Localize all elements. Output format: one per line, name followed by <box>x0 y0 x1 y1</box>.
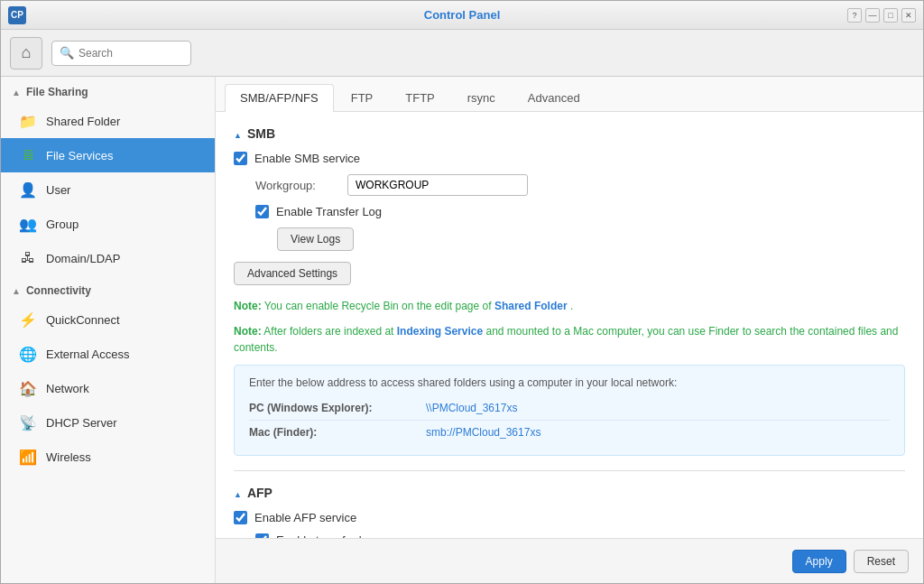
afp-title: AFP <box>247 486 273 500</box>
content-scroll: SMB Enable SMB service Workgroup: Enable… <box>216 112 923 538</box>
sidebar-item-label: External Access <box>46 348 130 361</box>
advanced-settings-button[interactable]: Advanced Settings <box>234 262 351 285</box>
folder-icon: 📁 <box>19 112 37 130</box>
sidebar-item-label: Wireless <box>46 450 91 464</box>
mac-address-link[interactable]: smb://PMCloud_3617xs <box>426 426 541 439</box>
sidebar-item-file-services[interactable]: 🖥 File Services <box>1 138 215 172</box>
sidebar-section-file-sharing[interactable]: ▲ File Sharing <box>1 77 215 104</box>
afp-section-header: AFP <box>234 486 905 500</box>
tabs-bar: SMB/AFP/NFS FTP TFTP rsync Advanced <box>216 77 923 112</box>
minimize-button[interactable]: — <box>865 8 880 23</box>
sidebar-item-domain-ldap[interactable]: 🖧 Domain/LDAP <box>1 241 215 275</box>
tab-rsync[interactable]: rsync <box>452 84 511 111</box>
note1-prefix: Note: <box>234 300 262 312</box>
sidebar-item-label: Shared Folder <box>46 115 120 128</box>
pc-address-row: PC (Windows Explorer): \\PMCloud_3617xs <box>249 396 890 421</box>
main-window: CP Control Panel ? — □ ✕ ⌂ 🔍 ▲ File Shar… <box>0 0 924 584</box>
sidebar-item-quickconnect[interactable]: ⚡ QuickConnect <box>1 302 215 337</box>
apply-button[interactable]: Apply <box>792 550 846 573</box>
sidebar-item-label: Group <box>46 218 79 231</box>
title-bar: CP Control Panel ? — □ ✕ <box>1 1 923 30</box>
action-bar: Apply Reset <box>216 538 923 583</box>
file-services-icon: 🖥 <box>19 146 37 164</box>
sidebar: ▲ File Sharing 📁 Shared Folder 🖥 File Se… <box>1 77 216 583</box>
afp-collapse-icon[interactable] <box>234 486 242 500</box>
home-button[interactable]: ⌂ <box>10 37 42 70</box>
note1-suffix: . <box>570 300 573 312</box>
sidebar-item-label: DHCP Server <box>46 416 117 430</box>
mac-address-row: Mac (Finder): smb://PMCloud_3617xs <box>249 421 890 444</box>
smb-section-header: SMB <box>234 126 905 141</box>
shared-folder-link[interactable]: Shared Folder <box>494 300 568 312</box>
enable-afp-checkbox[interactable] <box>234 511 247 524</box>
help-button[interactable]: ? <box>847 8 862 23</box>
address-box: Enter the below address to access shared… <box>234 365 905 456</box>
sidebar-item-group[interactable]: 👥 Group <box>1 207 215 241</box>
close-button[interactable]: ✕ <box>901 8 916 23</box>
chevron-down-icon: ▲ <box>12 88 21 97</box>
toolbar: ⌂ 🔍 <box>1 30 923 77</box>
title-bar-left: CP <box>8 6 26 24</box>
maximize-button[interactable]: □ <box>883 8 898 23</box>
chevron-down-icon: ▲ <box>12 286 21 296</box>
sidebar-item-wireless[interactable]: 📶 Wireless <box>1 440 215 474</box>
sidebar-section-label: File Sharing <box>26 86 88 98</box>
domain-icon: 🖧 <box>19 249 37 267</box>
smb-title: SMB <box>247 126 275 141</box>
sidebar-item-shared-folder[interactable]: 📁 Shared Folder <box>1 104 215 138</box>
address-intro: Enter the below address to access shared… <box>249 376 890 389</box>
tab-tftp[interactable]: TFTP <box>390 84 450 111</box>
wireless-icon: 📶 <box>19 448 37 466</box>
user-icon: 👤 <box>19 181 37 199</box>
sidebar-item-network[interactable]: 🏠 Network <box>1 371 215 405</box>
search-input[interactable] <box>79 47 183 60</box>
content-area: SMB/AFP/NFS FTP TFTP rsync Advanced SMB … <box>216 77 923 583</box>
note1-text: You can enable Recycle Bin on the edit p… <box>264 300 494 312</box>
window-controls: ? — □ ✕ <box>847 8 916 23</box>
sidebar-section-label: Connectivity <box>26 284 91 297</box>
enable-transfer-log-label[interactable]: Enable Transfer Log <box>276 205 382 218</box>
enable-transfer-log-row: Enable Transfer Log <box>255 205 905 218</box>
pc-address-link[interactable]: \\PMCloud_3617xs <box>426 402 517 414</box>
note1: Note: You can enable Recycle Bin on the … <box>234 298 905 314</box>
tab-advanced[interactable]: Advanced <box>513 84 596 111</box>
external-access-icon: 🌐 <box>19 345 37 363</box>
sidebar-item-dhcp-server[interactable]: 📡 DHCP Server <box>1 405 215 440</box>
network-icon: 🏠 <box>19 379 37 397</box>
sidebar-item-user[interactable]: 👤 User <box>1 172 215 207</box>
mac-address-label: Mac (Finder): <box>249 426 411 439</box>
enable-smb-label[interactable]: Enable SMB service <box>254 152 360 165</box>
enable-smb-checkbox[interactable] <box>234 152 247 165</box>
tab-ftp[interactable]: FTP <box>336 84 389 111</box>
sidebar-item-label: Domain/LDAP <box>46 252 120 265</box>
section-divider <box>234 470 905 471</box>
workgroup-row: Workgroup: <box>255 174 905 196</box>
enable-smb-row: Enable SMB service <box>234 152 905 165</box>
main-layout: ▲ File Sharing 📁 Shared Folder 🖥 File Se… <box>1 77 923 583</box>
app-icon: CP <box>8 6 26 24</box>
note2: Note: After folders are indexed at Index… <box>234 323 905 356</box>
reset-button[interactable]: Reset <box>854 550 909 573</box>
tab-smb-afp-nfs[interactable]: SMB/AFP/NFS <box>225 84 334 112</box>
note2-prefix: Note: <box>234 325 262 338</box>
quickconnect-icon: ⚡ <box>19 311 37 329</box>
search-icon: 🔍 <box>60 46 74 60</box>
sidebar-item-label: File Services <box>46 149 113 162</box>
sidebar-item-label: QuickConnect <box>46 313 120 327</box>
search-box: 🔍 <box>51 41 191 66</box>
sidebar-item-label: User <box>46 183 70 197</box>
dhcp-icon: 📡 <box>19 413 37 431</box>
enable-afp-label[interactable]: Enable AFP service <box>254 511 356 524</box>
enable-transfer-log-checkbox[interactable] <box>255 205 269 218</box>
workgroup-label: Workgroup: <box>255 179 337 192</box>
pc-address-label: PC (Windows Explorer): <box>249 402 411 414</box>
window-title: Control Panel <box>424 8 501 22</box>
indexing-service-link[interactable]: Indexing Service <box>397 325 483 338</box>
workgroup-input[interactable] <box>347 174 528 196</box>
view-logs-button[interactable]: View Logs <box>277 227 354 251</box>
smb-collapse-icon[interactable] <box>234 126 242 141</box>
sidebar-item-external-access[interactable]: 🌐 External Access <box>1 337 215 371</box>
sidebar-item-label: Network <box>46 382 89 395</box>
sidebar-section-connectivity[interactable]: ▲ Connectivity <box>1 275 215 302</box>
group-icon: 👥 <box>19 215 37 233</box>
